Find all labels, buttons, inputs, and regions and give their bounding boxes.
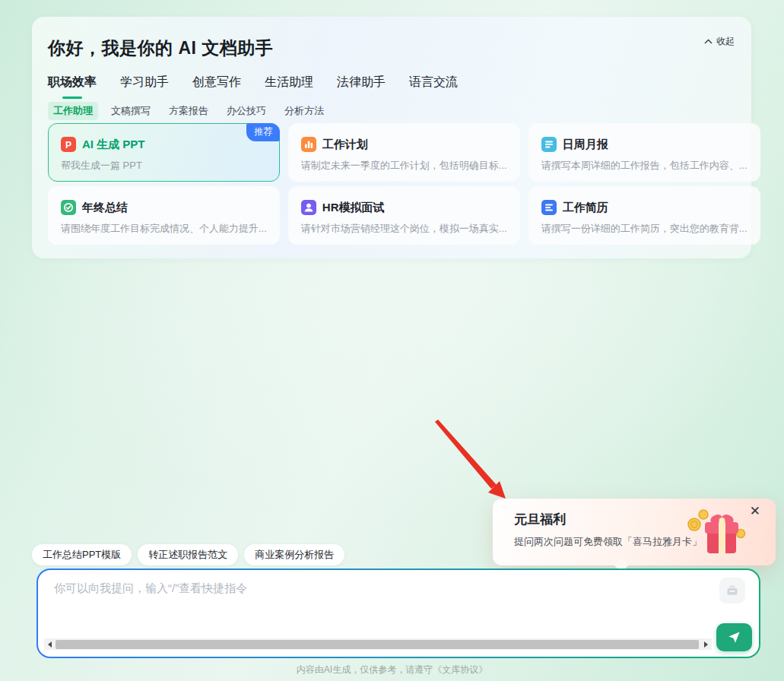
card-work-plan[interactable]: 工作计划 请制定未来一季度的工作计划，包括明确目标... (288, 123, 520, 182)
subtag-analysis-method[interactable]: 分析方法 (279, 102, 329, 120)
prompt-input[interactable] (54, 581, 708, 626)
card-ai-generate-ppt[interactable]: 推荐 P AI 生成 PPT 帮我生成一篇 PPT (48, 123, 280, 182)
recommended-badge: 推荐 (246, 123, 280, 141)
scroll-left-arrow[interactable] (44, 638, 56, 650)
chevron-up-icon (704, 39, 713, 44)
collapse-button[interactable]: 收起 (704, 35, 735, 48)
subtag-office-tips[interactable]: 办公技巧 (221, 102, 271, 120)
card-title: AI 生成 PPT (82, 138, 145, 152)
card-title: 工作计划 (322, 138, 368, 152)
footer-disclaimer: 内容由AI生成，仅供参考，请遵守《文库协议》 (0, 664, 784, 676)
person-icon (301, 200, 316, 215)
card-daily-weekly-monthly-report[interactable]: 日周月报 请撰写本周详细的工作报告，包括工作内容、... (528, 123, 760, 182)
chip-business-case-analysis-report[interactable]: 商业案例分析报告 (244, 544, 344, 565)
card-desc: 请撰写一份详细的工作简历，突出您的教育背... (541, 222, 747, 236)
red-annotation-arrow (430, 414, 514, 504)
gift-box-illustration (684, 505, 747, 559)
tab-language-exchange[interactable]: 语言交流 (409, 74, 458, 93)
card-year-end-summary[interactable]: 年终总结 请围绕年度工作目标完成情况、个人能力提升... (48, 186, 280, 245)
subtag-work-assistant[interactable]: 工作助理 (48, 102, 98, 120)
tab-legal-assistant[interactable]: 法律助手 (337, 74, 386, 93)
card-title: HR模拟面试 (322, 201, 385, 215)
close-icon[interactable]: ✕ (750, 505, 760, 518)
category-tabs: 职场效率 学习助手 创意写作 生活助理 法律助手 语言交流 (48, 74, 458, 93)
chip-probation-report-sample[interactable]: 转正述职报告范文 (138, 544, 238, 565)
send-button[interactable] (716, 623, 752, 651)
toolbox-button[interactable] (719, 578, 745, 603)
card-desc: 请针对市场营销经理这个岗位，模拟一场真实... (301, 222, 507, 236)
report-doc-icon (541, 137, 557, 152)
ppt-icon: P (61, 137, 76, 152)
resume-doc-icon (541, 200, 557, 215)
tab-study-assistant[interactable]: 学习助手 (120, 74, 169, 93)
page-title: 你好，我是你的 AI 文档助手 (48, 36, 273, 60)
ai-doc-assistant-page: 收起 你好，我是你的 AI 文档助手 职场效率 学习助手 创意写作 生活助理 法… (0, 0, 784, 681)
bar-chart-icon (301, 137, 316, 152)
tab-creative-writing[interactable]: 创意写作 (192, 74, 241, 93)
subtag-proposal-report[interactable]: 方案报告 (163, 102, 214, 120)
card-title: 日周月报 (563, 138, 608, 152)
card-desc: 帮我生成一篇 PPT (61, 159, 267, 173)
suggestion-cards: 推荐 P AI 生成 PPT 帮我生成一篇 PPT 工作计划 请制定未来一季度的… (48, 123, 735, 245)
card-desc: 请制定未来一季度的工作计划，包括明确目标... (301, 159, 507, 173)
briefcase-icon (725, 584, 739, 597)
card-title: 工作简历 (563, 201, 608, 215)
prompt-input-container (37, 569, 760, 658)
scroll-right-arrow[interactable] (700, 638, 712, 650)
scrollbar-thumb[interactable] (56, 640, 699, 649)
card-work-resume[interactable]: 工作简历 请撰写一份详细的工作简历，突出您的教育背... (528, 186, 760, 245)
quick-suggestion-chips: 工作总结PPT模版 转正述职报告范文 商业案例分析报告 (32, 544, 344, 565)
tab-workplace-efficiency[interactable]: 职场效率 (48, 74, 97, 93)
promo-popup[interactable]: 元旦福利 提问两次问题可免费领取「喜马拉雅月卡」 ✕ (493, 499, 776, 565)
tab-life-assistant[interactable]: 生活助理 (265, 74, 313, 93)
checkmark-icon (61, 200, 76, 215)
chip-work-summary-ppt-template[interactable]: 工作总结PPT模版 (32, 544, 132, 565)
collapse-label: 收起 (716, 35, 735, 48)
card-desc: 请撰写本周详细的工作报告，包括工作内容、... (541, 159, 747, 173)
footer-text: 内容由AI生成，仅供参考，请遵守 (297, 664, 433, 675)
card-hr-mock-interview[interactable]: HR模拟面试 请针对市场营销经理这个岗位，模拟一场真实... (288, 186, 520, 245)
card-title: 年终总结 (82, 201, 128, 215)
library-agreement-link[interactable]: 《文库协议》 (433, 664, 487, 675)
svg-text:P: P (65, 140, 71, 150)
promo-title: 元旦福利 (514, 511, 566, 528)
subcategory-tags: 工作助理 文稿撰写 方案报告 办公技巧 分析方法 (48, 102, 329, 120)
assistant-panel: 收起 你好，我是你的 AI 文档助手 职场效率 学习助手 创意写作 生活助理 法… (32, 17, 751, 258)
card-desc: 请围绕年度工作目标完成情况、个人能力提升... (61, 222, 267, 236)
subtag-manuscript-writing[interactable]: 文稿撰写 (106, 102, 156, 120)
promo-desc: 提问两次问题可免费领取「喜马拉雅月卡」 (514, 535, 702, 549)
horizontal-scrollbar[interactable] (44, 638, 712, 650)
send-plane-icon (727, 630, 741, 645)
